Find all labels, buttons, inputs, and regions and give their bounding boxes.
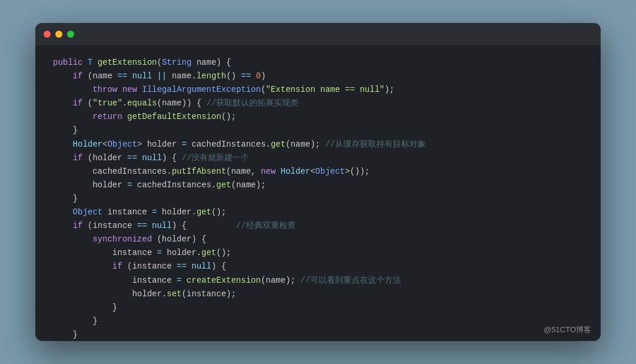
code-line-18: holder.set(instance); [53, 287, 583, 301]
code-line-14: synchronized (holder) { [53, 233, 583, 246]
code-line-2: if (name == null || name.length() == 0) [53, 70, 583, 83]
code-line-3: throw new IllegalArgumentException("Exte… [53, 83, 583, 97]
minimize-button[interactable] [55, 31, 62, 38]
code-line-9: cachedInstances.putIfAbsent(name, new Ho… [53, 165, 583, 178]
code-line-16: if (instance == null) { [53, 260, 583, 273]
code-area: public T getExtension(String name) { if … [35, 45, 601, 341]
code-line-1: public T getExtension(String name) { [53, 56, 583, 70]
code-line-5: return getDefaultExtension(); [53, 110, 583, 124]
close-button[interactable] [44, 31, 51, 38]
code-line-12: Object instance = holder.get(); [53, 206, 583, 219]
maximize-button[interactable] [67, 31, 74, 38]
watermark: @51CTO博客 [544, 325, 591, 335]
code-line-15: instance = holder.get(); [53, 246, 583, 260]
code-line-8: if (holder == null) { //没有就新建一个 [53, 151, 583, 165]
code-line-21: } [53, 328, 583, 341]
code-line-20: } [53, 315, 583, 328]
titlebar [35, 23, 601, 45]
code-line-17: instance = createExtension(name); //可以看到… [53, 274, 583, 287]
code-line-13: if (instance == null) { //经典双重检查 [53, 219, 583, 233]
code-line-7: Holder<Object> holder = cachedInstances.… [53, 138, 583, 151]
code-line-10: holder = cachedInstances.get(name); [53, 178, 583, 192]
code-line-6: } [53, 124, 583, 137]
code-line-4: if ("true".equals(name)) { //获取默认的拓展实现类 [53, 97, 583, 110]
code-line-11: } [53, 192, 583, 206]
code-window: public T getExtension(String name) { if … [35, 23, 601, 341]
code-line-19: } [53, 301, 583, 315]
